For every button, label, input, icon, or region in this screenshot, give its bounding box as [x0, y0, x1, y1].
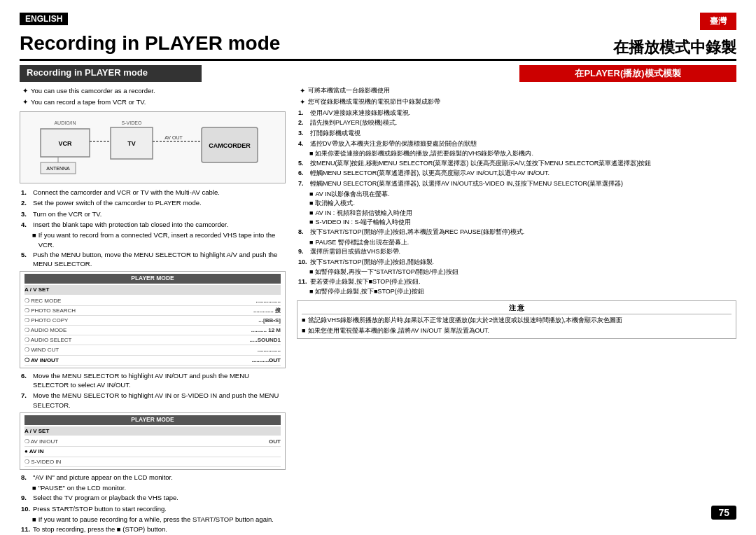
step-num: 5. [21, 250, 31, 269]
cn-step-4: 4. 遙控DV帶放入本機夾注意影帶的保護標籤要處於關合的狀態 [298, 139, 736, 148]
vcr-diagram-svg: VCR AUDIO/IN TV S-VIDEO CAMCORDER ANTENN… [23, 115, 282, 178]
pm2-row-1: ❍ AV IN/OUT OUT [24, 437, 281, 447]
cn-step-7: 7. 輕觸MENU SELECTOR(菜單遙選擇器), 以選擇AV IN/OUT… [298, 179, 736, 188]
zhu-box: 注 意 ■ 當記錄VHS錄影機所播放的影片時,如果以不正常速度播放(如大於2倍速… [297, 300, 736, 339]
zhu-note-text-2: 如果您使用電視螢幕本機的影像,請將AV IN/OUT 菜單設置為OUT. [308, 326, 489, 335]
cn-sub-8a: ■ PAUSE 暫停標誌會出現在螢幕上. [298, 238, 736, 247]
zhu-note-1: ■ 當記錄VHS錄影機所播放的影片時,如果以不正常速度播放(如大於2倍速度或以慢… [302, 316, 732, 325]
bullet-en-1: ✦ You can use this camcorder as a record… [20, 86, 286, 96]
cn-step-9: 9. 選擇所需節目或插放VHS影影帶. [298, 247, 736, 256]
cn-bullet-text-1: 可將本機當成一台錄影機使用 [308, 86, 390, 96]
player-mode-title-1: PLAYER MODE [24, 274, 281, 284]
sub-10a: ■ If you want to pause recording for a w… [21, 515, 286, 524]
pm2-row-2: ● AV IN [24, 447, 281, 457]
section-bar: Recording in PLAYER mode 在PLAYER(播放)模式模製 [20, 65, 736, 82]
main-title-en: Recording in PLAYER mode [20, 33, 280, 55]
step-text: Turn on the VCR or TV. [33, 209, 102, 218]
step-num: 3. [21, 209, 31, 218]
pm-row-3: ❍ PHOTO COPY ...[BB•S] [24, 316, 281, 326]
step-num: 2. [21, 198, 31, 207]
header-titles: Recording in PLAYER mode 在播放模式中錄製 [20, 33, 736, 61]
step-10: 10. Press START/STOP button to start rec… [21, 504, 286, 513]
section-bar-right: 在PLAYER(播放)模式模製 [519, 65, 736, 82]
player-mode-box-1: PLAYER MODE A / V SET ❍ REC MODE .......… [20, 271, 286, 368]
bullet-text-1: You can use this camcorder as a recorder… [31, 86, 155, 96]
taiwan-badge: 臺灣 [700, 13, 736, 30]
bullet-text-2: You can record a tape from VCR or TV. [31, 97, 146, 107]
pm-row-2: ❍ PHOTO SEARCH ............. 搜 [24, 306, 281, 316]
player-mode-box-2: PLAYER MODE A / V SET ❍ AV IN/OUT OUT ● … [20, 412, 286, 470]
cn-bullet-1: ✦ 可將本機當成一台錄影機使用 [297, 86, 736, 96]
svg-text:AV OUT: AV OUT [164, 135, 183, 140]
step-2: 2. Set the power switch of the camcorder… [21, 198, 286, 207]
step-num: 1. [21, 188, 31, 197]
cn-step-2: 2. 請先換到PLAYER(放映機)模式. [298, 118, 736, 127]
pm2-row-3: ❍ S-VIDEO IN [24, 457, 281, 467]
zhu-note-2: ■ 如果您使用電視螢幕本機的影像,請將AV IN/OUT 菜單設置為OUT. [302, 326, 732, 335]
cn-step-1: 1. 使用A/V連接線來連接錄影機或電視. [298, 109, 736, 118]
cn-sub-7b: ■ 取消輸入模式. [298, 199, 736, 208]
cn-step-6: 6. 輕觸MENU SELECTOR(菜單遙選擇器), 以更高亮度顯示AV IN… [298, 169, 736, 178]
zhu-title: 注 意 [302, 303, 732, 314]
sub-8a: ■ "PAUSE" on the LCD monitor. [21, 483, 286, 492]
step-num: 4. [21, 220, 31, 229]
svg-text:VCR: VCR [58, 140, 72, 147]
step-text: Push the MENU button, move the MENU SELE… [33, 250, 286, 269]
step-text: Set the power switch of the camcorder to… [33, 198, 202, 207]
svg-text:AUDIO/IN: AUDIO/IN [54, 120, 76, 125]
cn-step-10: 10. 按下START/STOP(開始/停止)按鈕,開始錄製. [298, 258, 736, 267]
cn-step-11: 11. 要若要停止錄製,按下■STOP(停止)按鈕. [298, 277, 736, 286]
zhu-note-text-1: 當記錄VHS錄影機所播放的影片時,如果以不正常速度播放(如大於2倍速度或以慢速時… [308, 316, 622, 325]
pm-highlight-2: A / V SET [24, 426, 281, 436]
cn-sub-4a: ■ 如果你要從連接的錄影機或錄影機的播放,請把要錄製的VHS錄影帶放入影機内. [298, 149, 736, 158]
cn-sub-7a: ■ AV IN以影像會出現在螢幕. [298, 190, 736, 199]
content-cols: ✦ You can use this camcorder as a record… [20, 86, 736, 513]
cn-bullet-sym-2: ✦ [300, 97, 305, 107]
page-number: 75 [711, 506, 736, 520]
header-top-row: ENGLISH 臺灣 [20, 13, 736, 30]
steps-6-7: 6. Move the MENU SELECTOR to highlight A… [20, 371, 286, 410]
cn-bullet-sym-1: ✦ [300, 86, 305, 96]
cn-bullet-2: ✦ 您可從錄影機或電視機的電視節目中錄製成影帶 [297, 97, 736, 107]
cn-step-8: 8. 按下START/STOP(開始/停止)按鈕,將本機設置為REC PAUSE… [298, 228, 736, 237]
cn-sub-7d: ■ S-VIDEO IN : S-端子輸輸入時使用 [298, 218, 736, 227]
cn-steps: 1. 使用A/V連接線來連接錄影機或電視. 2. 請先換到PLAYER(放映機)… [297, 109, 736, 296]
pm-highlight-1: A / V SET [24, 285, 281, 294]
step-8: 8. "AV IN" and picture appear on the LCD… [21, 473, 286, 482]
bullet-en-2: ✦ You can record a tape from VCR or TV. [20, 97, 286, 107]
page-container: ENGLISH 臺灣 Recording in PLAYER mode 在播放模… [0, 0, 756, 535]
cn-sub-10a: ■ 如暫停錄製,再按一下"START/STOP/開始/停止)按鈕 [298, 268, 736, 277]
header-left: ENGLISH [20, 13, 68, 27]
pm-row-5: ❍ AUDIO SELECT .....SOUND1 [24, 335, 281, 345]
bullet-sym-2: ✦ [22, 97, 28, 107]
svg-text:CAMCORDER: CAMCORDER [209, 142, 251, 149]
svg-text:S-VIDEO: S-VIDEO [122, 120, 142, 125]
bullet-sym: ✦ [22, 86, 28, 96]
col-left: ✦ You can use this camcorder as a record… [20, 86, 286, 513]
step-4: 4. Insert the blank tape with protection… [21, 220, 286, 229]
steps-list: 1. Connect the camcorder and VCR or TV w… [20, 188, 286, 268]
step-text: Connect the camcorder and VCR or TV with… [33, 188, 220, 197]
main-title-cn: 在播放模式中錄製 [613, 39, 736, 56]
cn-bullet-text-2: 您可從錄影機或電視機的電視節目中錄製成影帶 [308, 97, 440, 107]
step-text: Insert the blank tape with protection ta… [33, 220, 228, 229]
step-1: 1. Connect the camcorder and VCR or TV w… [21, 188, 286, 197]
step-6: 6. Move the MENU SELECTOR to highlight A… [21, 371, 286, 390]
cn-sub-7c: ■ AV IN : 視頻和音頻信號輸入時使用 [298, 209, 736, 218]
vcr-diagram-box: VCR AUDIO/IN TV S-VIDEO CAMCORDER ANTENN… [20, 111, 286, 183]
english-badge: ENGLISH [20, 13, 68, 25]
pm-row-7: ❍ AV IN/OUT ...........OUT [24, 356, 281, 366]
step-5: 5. Push the MENU button, move the MENU S… [21, 250, 286, 269]
player-mode-title-2: PLAYER MODE [24, 415, 281, 425]
sub-step-4a: ■ If you want to record from a connected… [21, 230, 286, 249]
section-bar-left: Recording in PLAYER mode [20, 65, 202, 82]
steps-8-11: 8. "AV IN" and picture appear on the LCD… [20, 473, 286, 534]
svg-text:TV: TV [127, 140, 136, 147]
cn-step-5: 5. 按MENU(菜單)按鈕,移動MENU SELECTOR(菜單選擇器) 以便… [298, 159, 736, 168]
cn-step-3: 3. 打開錄影機或電視 [298, 129, 736, 138]
col-right: ✦ 可將本機當成一台錄影機使用 ✦ 您可從錄影機或電視機的電視節目中錄製成影帶 … [297, 86, 736, 513]
step-9: 9. Select the TV program or playback the… [21, 493, 286, 502]
pm-row-6: ❍ WIND CUT ............... [24, 345, 281, 355]
step-3: 3. Turn on the VCR or TV. [21, 209, 286, 218]
step-7: 7. Move the MENU SELECTOR to highlight A… [21, 391, 286, 410]
